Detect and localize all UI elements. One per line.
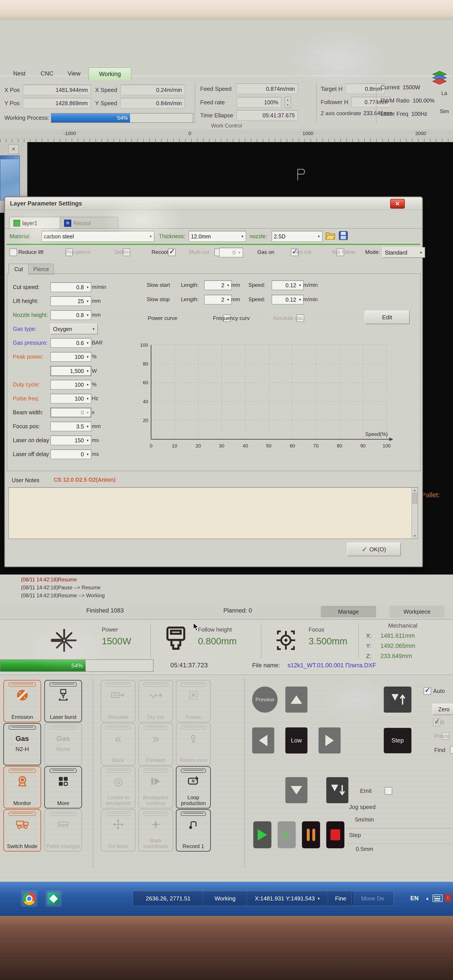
notification-badge[interactable]: !: [445, 894, 451, 902]
dropdown-arrow-icon[interactable]: ▼: [86, 286, 89, 289]
zero-button[interactable]: Zero: [432, 703, 453, 715]
stepper-up-icon[interactable]: ▲: [286, 98, 289, 102]
emission-button[interactable]: Emission: [3, 680, 41, 722]
gas-none-button[interactable]: Gas None: [44, 723, 82, 765]
record-button[interactable]: Record 1: [176, 809, 211, 852]
more-button[interactable]: More: [44, 766, 82, 808]
follow-up-button[interactable]: [384, 687, 412, 713]
laser-on-delay-input[interactable]: 150 ▼: [50, 436, 91, 445]
slow-start-length-input[interactable]: 2 ▼: [204, 280, 232, 290]
dropdown-arrow-icon[interactable]: ▼: [86, 355, 89, 358]
tray-expand-icon[interactable]: ▲: [425, 896, 429, 901]
notes-scrollbar[interactable]: ▲ ▼: [412, 488, 418, 538]
app-taskbar-button[interactable]: [45, 891, 62, 907]
chrome-taskbar-button[interactable]: [21, 891, 37, 907]
minimized-panel-preview[interactable]: [0, 155, 20, 200]
mark-coordinate-button[interactable]: Mark coordinate: [138, 809, 173, 852]
save-icon[interactable]: [339, 231, 348, 240]
taskbar-fine-mode[interactable]: Fine: [327, 891, 354, 906]
material-select[interactable]: carbon steel ▼: [41, 231, 155, 242]
go-mark-button[interactable]: Go Mark: [100, 809, 136, 852]
nozzle-select[interactable]: 2.5D ▼: [272, 231, 322, 242]
mode-select[interactable]: Standard ▼: [382, 247, 425, 258]
follow-down-button[interactable]: [326, 777, 348, 803]
dropdown-arrow-icon[interactable]: ▼: [86, 453, 89, 456]
pulse-freq-input[interactable]: 100 ▼: [50, 394, 91, 404]
dropdown-arrow-icon[interactable]: ▼: [317, 897, 320, 900]
jog-left-button[interactable]: [252, 727, 274, 754]
frame-button[interactable]: Frame: [176, 680, 211, 722]
pause-button[interactable]: [302, 821, 320, 848]
dropdown-arrow-icon[interactable]: ▼: [86, 425, 89, 428]
taskbar-position[interactable]: X:1481.931 Y:1491.543 ▼: [247, 891, 329, 906]
nozzle-height-input[interactable]: 0.8 ▼: [50, 310, 91, 320]
scroll-down-icon[interactable]: ▼: [413, 534, 416, 538]
laser-burst-button[interactable]: Laser burst: [44, 680, 82, 722]
workpiece-button[interactable]: Workpiece: [389, 606, 445, 617]
dropdown-arrow-icon[interactable]: ▼: [86, 313, 89, 317]
keyboard-tray-icon[interactable]: [432, 894, 443, 902]
tab-cut[interactable]: Cut: [8, 264, 29, 275]
dropdown-arrow-icon[interactable]: ▼: [238, 251, 241, 254]
loop-production-button[interactable]: N Loop production: [176, 766, 211, 808]
dropdown-arrow-icon[interactable]: ▼: [86, 439, 89, 442]
stepper-down-icon[interactable]: ▼: [286, 103, 289, 107]
tab-pierce[interactable]: Pierce: [28, 264, 54, 275]
slow-start-speed-input[interactable]: 0.12 ▼: [272, 280, 304, 290]
scroll-up-icon[interactable]: ▲: [413, 488, 416, 492]
tab-cnc[interactable]: CNC: [35, 67, 59, 80]
layer-tab-recool[interactable]: ❄ Recool: [60, 217, 118, 229]
thickness-select[interactable]: 12.0mm ▼: [189, 231, 246, 242]
language-indicator[interactable]: EN: [410, 895, 419, 902]
dropdown-arrow-icon[interactable]: ▼: [241, 235, 244, 238]
jog-right-button[interactable]: [319, 727, 341, 754]
laser-off-delay-input[interactable]: 0 ▼: [50, 449, 91, 459]
tab-working[interactable]: Working: [88, 67, 131, 80]
switch-mode-button[interactable]: Switch Mode: [3, 809, 41, 852]
dropdown-arrow-icon[interactable]: ▼: [86, 300, 89, 303]
return-zero-button[interactable]: Return zero: [176, 723, 211, 765]
dropdown-arrow-icon[interactable]: ▼: [226, 284, 230, 287]
back-button[interactable]: « Back: [100, 723, 136, 765]
gas-n2h-button[interactable]: Gas N2-H: [3, 723, 41, 765]
peak-power-watt-input[interactable]: 1,500 ▼: [50, 366, 91, 376]
dialog-titlebar[interactable]: Layer Parameter Settings: [5, 197, 422, 210]
ok-button[interactable]: ✓ OK(O): [347, 542, 401, 556]
simulate-button[interactable]: SIM Simulate: [100, 680, 136, 722]
user-notes-textarea[interactable]: ▲ ▼: [8, 487, 418, 539]
gas-pressure-input[interactable]: 0.6 ▼: [50, 338, 91, 348]
tab-nest[interactable]: Nest: [6, 67, 32, 80]
cut-speed-input[interactable]: 0.8 ▼: [50, 282, 91, 292]
jog-down-button[interactable]: [286, 777, 308, 803]
jog-up-button[interactable]: [286, 687, 308, 713]
close-palette-button[interactable]: ✕: [8, 144, 19, 154]
gas-type-select[interactable]: Oxygen ▼: [50, 324, 98, 334]
dropdown-arrow-icon[interactable]: ▼: [298, 284, 301, 287]
layer-tab-layer1[interactable]: layer1: [9, 217, 68, 229]
feed-rate-stepper[interactable]: ▲ ▼: [284, 97, 291, 108]
dropdown-arrow-icon[interactable]: ▼: [420, 251, 423, 254]
dropdown-arrow-icon[interactable]: ▼: [92, 328, 95, 331]
manage-button[interactable]: Manage: [321, 606, 376, 617]
open-folder-icon[interactable]: [325, 231, 335, 240]
dropdown-arrow-icon[interactable]: ▼: [317, 235, 320, 238]
start-button[interactable]: [253, 821, 271, 848]
tab-view[interactable]: View: [62, 67, 86, 80]
duty-cycle-input[interactable]: 100 ▼: [50, 380, 91, 390]
monitor-button[interactable]: Monitor: [3, 766, 41, 808]
dry-run-button[interactable]: Dry run: [138, 680, 173, 722]
edit-curve-button[interactable]: Edit: [365, 310, 410, 324]
auto-checkbox[interactable]: [424, 687, 431, 695]
step-mode-button[interactable]: Step: [384, 728, 412, 753]
scrollbar-thumb[interactable]: [413, 493, 417, 504]
forward-button[interactable]: » Forward: [138, 723, 173, 765]
slow-stop-speed-input[interactable]: 0.12 ▼: [272, 295, 304, 304]
find-edge-checkbox[interactable]: [450, 746, 453, 754]
recool-checkbox[interactable]: [168, 248, 175, 256]
focus-pos-input[interactable]: 3.5 ▼: [50, 422, 91, 431]
start-alt-button[interactable]: [278, 821, 296, 848]
dropdown-arrow-icon[interactable]: ▼: [86, 383, 89, 386]
pallet-changer-button[interactable]: Pallet changer: [44, 809, 82, 852]
preview-button[interactable]: Preview: [252, 687, 278, 713]
peak-power-percent-input[interactable]: 100 ▼: [50, 352, 91, 362]
